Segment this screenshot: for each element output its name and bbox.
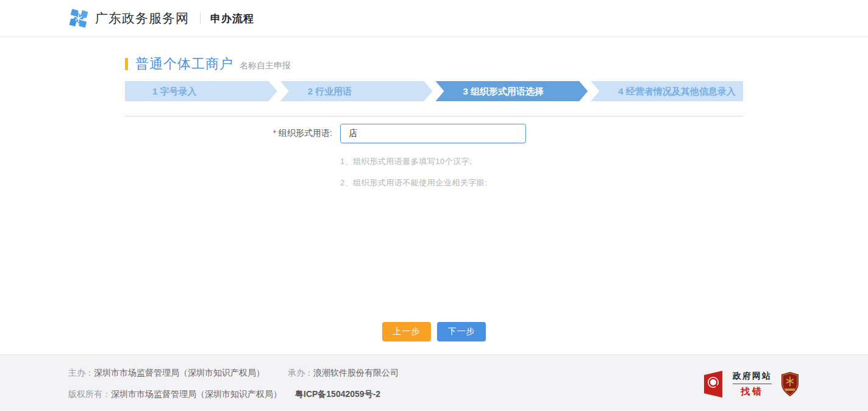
page-title-row: 普通个体工商户 名称自主申报 <box>125 37 743 73</box>
copyright-label: 版权所有： <box>68 389 111 400</box>
step-4-jingyingzhe[interactable]: 4 经营者情况及其他信息录入 <box>591 81 743 101</box>
required-asterisk: * <box>273 128 276 138</box>
error-badge-rule <box>733 384 772 384</box>
org-form-row: *组织形式用语: <box>125 124 743 143</box>
hint-max-length: 1、组织形式用语最多填写10个汉字; <box>340 156 743 167</box>
footer-text-block: 主办： 深圳市市场监督管理局（深圳市知识产权局） 承办： 浪潮软件股份有限公司 … <box>68 368 399 400</box>
copyright-value: 深圳市市场监督管理局（深圳市知识产权局） <box>111 389 282 400</box>
page-subtitle: 名称自主申报 <box>240 60 291 71</box>
title-accent-bar <box>125 58 128 70</box>
gdzwfw-pinwheel-logo-icon <box>68 8 89 29</box>
page-title: 普通个体工商户 <box>135 55 233 73</box>
hint-forbidden-words: 2、组织形式用语不能使用企业相关字眼: <box>340 177 743 188</box>
undertake-value: 浪潮软件股份有限公司 <box>313 368 399 379</box>
step-wizard: 1 字号录入 2 行业用语 3 组织形式用语选择 4 经营者情况及其他信息录入 <box>125 81 743 101</box>
gov-site-error-report-badge[interactable]: 政府网站 找错 <box>703 371 772 398</box>
org-form-label: *组织形式用语: <box>125 128 332 139</box>
icp-number[interactable]: 粤ICP备15042059号-2 <box>295 389 380 400</box>
step-2-hangye[interactable]: 2 行业用语 <box>280 81 433 101</box>
gov-agency-shield-badge-icon[interactable] <box>780 371 800 397</box>
site-brand[interactable]: 广东政务服务网 <box>95 10 189 27</box>
org-form-input[interactable] <box>340 124 526 143</box>
top-header: 广东政务服务网 申办流程 <box>0 0 868 37</box>
step-1-zihao[interactable]: 1 字号录入 <box>125 81 277 101</box>
host-value: 深圳市市场监督管理局（深圳市知识产权局） <box>94 368 265 379</box>
next-step-button[interactable]: 下一步 <box>437 322 486 341</box>
footer-line-host: 主办： 深圳市市场监督管理局（深圳市知识产权局） 承办： 浪潮软件股份有限公司 <box>68 368 399 379</box>
error-badge-line2: 找错 <box>733 386 772 398</box>
error-badge-line1: 政府网站 <box>733 371 772 382</box>
magnifier-flag-icon <box>703 371 728 398</box>
prev-step-button[interactable]: 上一步 <box>382 322 431 341</box>
step-3-zuzhixingshi-active[interactable]: 3 组织形式用语选择 <box>436 81 588 101</box>
host-label: 主办： <box>68 368 94 379</box>
section-divider <box>125 116 743 116</box>
wizard-buttons: 上一步 下一步 <box>125 322 743 341</box>
main-content: 普通个体工商户 名称自主申报 1 字号录入 2 行业用语 3 组织形式用语选择 … <box>125 37 743 342</box>
footer-badges: 政府网站 找错 <box>703 371 800 398</box>
org-form-label-text: 组织形式用语: <box>279 128 332 138</box>
page-footer: 主办： 深圳市市场监督管理局（深圳市知识产权局） 承办： 浪潮软件股份有限公司 … <box>0 354 868 411</box>
form-hints: 1、组织形式用语最多填写10个汉字; 2、组织形式用语不能使用企业相关字眼: <box>340 156 743 188</box>
header-divider <box>200 12 201 24</box>
undertake-label: 承办： <box>288 368 313 379</box>
footer-line-copyright: 版权所有： 深圳市市场监督管理局（深圳市知识产权局） 粤ICP备15042059… <box>68 389 399 400</box>
page-section-title: 申办流程 <box>210 12 254 26</box>
error-badge-text: 政府网站 找错 <box>733 371 772 398</box>
